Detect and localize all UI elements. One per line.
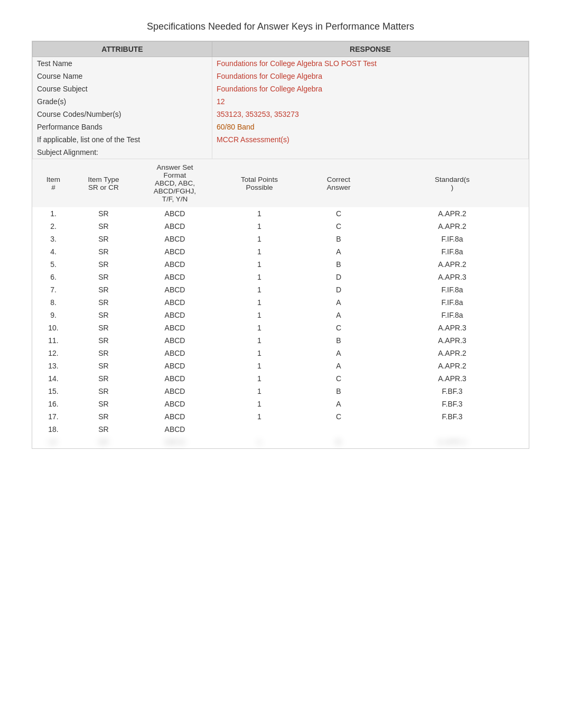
table-cell: SR bbox=[74, 372, 133, 385]
table-cell: 14. bbox=[32, 372, 74, 385]
table-row: 3.SRABCD1BF.IF.8a bbox=[32, 233, 529, 245]
blurred-table-cell: A.APR.2 bbox=[376, 436, 529, 448]
table-cell: A.APR.2 bbox=[376, 207, 529, 220]
table-row: 1.SRABCD1CA.APR.2 bbox=[32, 207, 529, 220]
table-cell: 16. bbox=[32, 398, 74, 410]
specs-table: ATTRIBUTE RESPONSE Test NameFoundations … bbox=[32, 41, 529, 159]
table-row: 13.SRABCD1AA.APR.2 bbox=[32, 360, 529, 372]
table-cell: SR bbox=[74, 347, 133, 360]
attribute-label: Test Name bbox=[33, 57, 212, 70]
table-cell: SR bbox=[74, 398, 133, 410]
table-cell: F.IF.8a bbox=[376, 233, 529, 245]
table-cell: SR bbox=[74, 245, 133, 258]
table-cell: SR bbox=[74, 271, 133, 283]
table-cell: 1 bbox=[217, 334, 302, 347]
table-cell: A.APR.2 bbox=[376, 347, 529, 360]
attribute-row: Course SubjectFoundations for College Al… bbox=[33, 82, 529, 95]
table-row: 2.SRABCD1CA.APR.2 bbox=[32, 220, 529, 233]
table-cell: 1 bbox=[217, 321, 302, 334]
table-cell: ABCD bbox=[133, 245, 217, 258]
table-cell: F.BF.3 bbox=[376, 398, 529, 410]
table-cell: C bbox=[302, 321, 376, 334]
table-cell: F.IF.8a bbox=[376, 283, 529, 296]
response-header: RESPONSE bbox=[212, 42, 529, 57]
table-cell: ABCD bbox=[133, 296, 217, 309]
table-cell: SR bbox=[74, 258, 133, 271]
table-cell: A.APR.2 bbox=[376, 258, 529, 271]
table-row: 5.SRABCD1BA.APR.2 bbox=[32, 258, 529, 271]
table-cell: SR bbox=[74, 385, 133, 398]
table-cell: ABCD bbox=[133, 423, 217, 436]
table-cell: D bbox=[302, 271, 376, 283]
table-cell bbox=[376, 423, 529, 436]
table-cell: 1 bbox=[217, 347, 302, 360]
table-cell: F.IF.8a bbox=[376, 245, 529, 258]
table-cell: 1 bbox=[217, 233, 302, 245]
attribute-row: Course Codes/Number(s)353123, 353253, 35… bbox=[33, 108, 529, 121]
table-cell: SR bbox=[74, 410, 133, 423]
table-cell: F.IF.8a bbox=[376, 296, 529, 309]
table-cell: ABCD bbox=[133, 398, 217, 410]
blurred-table-cell: 1 bbox=[217, 436, 302, 448]
blurred-table-cell: 19. bbox=[32, 436, 74, 448]
table-cell: ABCD bbox=[133, 410, 217, 423]
attribute-row: Grade(s)12 bbox=[33, 95, 529, 108]
table-cell: SR bbox=[74, 296, 133, 309]
table-cell: SR bbox=[74, 321, 133, 334]
table-row: 16.SRABCD1AF.BF.3 bbox=[32, 398, 529, 410]
table-cell: 1. bbox=[32, 207, 74, 220]
attribute-value: 60/80 Band bbox=[212, 121, 529, 133]
table-cell: C bbox=[302, 410, 376, 423]
table-cell: SR bbox=[74, 233, 133, 245]
table-row: 4.SRABCD1AF.IF.8a bbox=[32, 245, 529, 258]
table-row: 15.SRABCD1BF.BF.3 bbox=[32, 385, 529, 398]
table-cell bbox=[302, 423, 376, 436]
attribute-row: If applicable, list one of the TestMCCR … bbox=[33, 133, 529, 146]
attribute-label: Performance Bands bbox=[33, 121, 212, 133]
table-cell: C bbox=[302, 372, 376, 385]
blurred-table-cell: ABCD bbox=[133, 436, 217, 448]
table-cell: 10. bbox=[32, 321, 74, 334]
attribute-label: Course Name bbox=[33, 70, 212, 82]
table-cell: 1 bbox=[217, 271, 302, 283]
items-header-row: Item# Item TypeSR or CR Answer SetFormat… bbox=[32, 159, 529, 207]
col-item-num: Item# bbox=[32, 159, 74, 207]
attribute-value: Foundations for College Algebra SLO POST… bbox=[212, 57, 529, 70]
blurred-table-cell: B bbox=[302, 436, 376, 448]
attribute-row: Performance Bands60/80 Band bbox=[33, 121, 529, 133]
table-cell: ABCD bbox=[133, 347, 217, 360]
table-cell: 18. bbox=[32, 423, 74, 436]
attribute-value: Foundations for College Algebra bbox=[212, 82, 529, 95]
table-cell: ABCD bbox=[133, 233, 217, 245]
table-cell: F.BF.3 bbox=[376, 385, 529, 398]
table-cell: SR bbox=[74, 360, 133, 372]
table-cell: SR bbox=[74, 207, 133, 220]
attribute-value: Foundations for College Algebra bbox=[212, 70, 529, 82]
attribute-label: Grade(s) bbox=[33, 95, 212, 108]
table-row: 10.SRABCD1CA.APR.3 bbox=[32, 321, 529, 334]
attribute-value: MCCR Assessment(s) bbox=[212, 133, 529, 146]
table-cell: A bbox=[302, 398, 376, 410]
table-cell: 5. bbox=[32, 258, 74, 271]
table-cell: 1 bbox=[217, 372, 302, 385]
table-cell: A bbox=[302, 360, 376, 372]
table-cell: A bbox=[302, 245, 376, 258]
attribute-header: ATTRIBUTE bbox=[33, 42, 212, 57]
table-cell: 6. bbox=[32, 271, 74, 283]
table-row: 17.SRABCD1CF.BF.3 bbox=[32, 410, 529, 423]
table-cell: SR bbox=[74, 283, 133, 296]
attribute-label: Subject Alignment: bbox=[33, 146, 212, 159]
table-cell: ABCD bbox=[133, 309, 217, 321]
table-cell: SR bbox=[74, 309, 133, 321]
attribute-label: Course Subject bbox=[33, 82, 212, 95]
table-row: 18.SRABCD bbox=[32, 423, 529, 436]
attribute-row: Test NameFoundations for College Algebra… bbox=[33, 57, 529, 70]
attribute-value: 353123, 353253, 353273 bbox=[212, 108, 529, 121]
table-row: 14.SRABCD1CA.APR.3 bbox=[32, 372, 529, 385]
table-cell: 3. bbox=[32, 233, 74, 245]
table-cell: 4. bbox=[32, 245, 74, 258]
table-row: 7.SRABCD1DF.IF.8a bbox=[32, 283, 529, 296]
table-cell: ABCD bbox=[133, 321, 217, 334]
col-correct-answer: CorrectAnswer bbox=[302, 159, 376, 207]
table-cell: C bbox=[302, 220, 376, 233]
